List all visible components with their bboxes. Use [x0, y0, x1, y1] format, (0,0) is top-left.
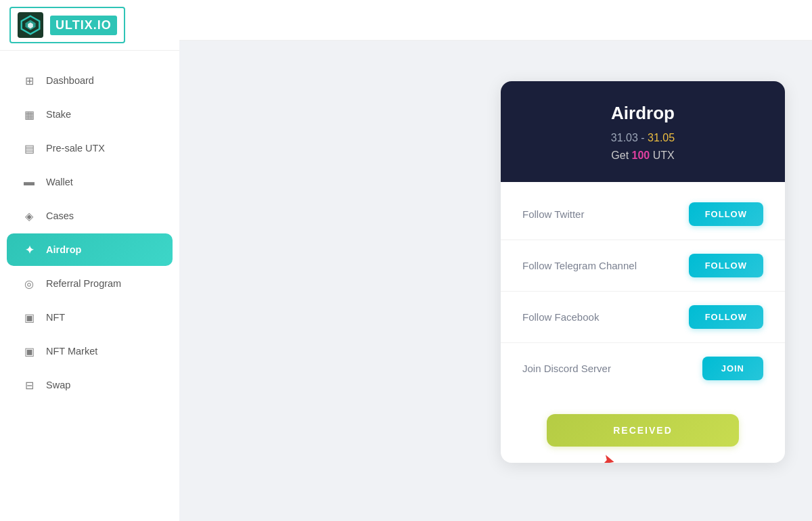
logo-icon	[18, 12, 43, 38]
sidebar-item-nftmarket[interactable]: NFT Market	[7, 335, 173, 367]
telegram-label: Follow Telegram Channel	[522, 260, 637, 271]
referral-label: Referral Program	[46, 278, 121, 289]
sidebar-item-dashboard[interactable]: Dashboard	[7, 64, 173, 97]
nft-label: NFT	[46, 312, 65, 323]
nftmarket-label: NFT Market	[46, 346, 97, 357]
wallet-label: Wallet	[46, 177, 73, 187]
arrow-hint: ➤	[601, 451, 617, 463]
airdrop-header: Airdrop 31.03 - 31.05 Get 100 UTX	[501, 81, 785, 182]
content-area: Airdrop 31.03 - 31.05 Get 100 UTX Follow…	[179, 41, 812, 521]
airdrop-dates: 31.03 - 31.05	[514, 132, 771, 144]
presale-icon	[22, 141, 37, 156]
nav-items: DashboardStakePre-sale UTXWalletCasesAir…	[0, 51, 179, 521]
airdrop-title: Airdrop	[514, 103, 771, 124]
nftmarket-icon	[22, 344, 37, 359]
social-row-facebook: Follow FacebookFOLLOW	[501, 292, 785, 343]
social-row-discord: Join Discord ServerJOIN	[501, 343, 785, 394]
airdrop-icon	[22, 242, 37, 257]
top-bar	[179, 0, 812, 41]
sidebar-item-presale[interactable]: Pre-sale UTX	[7, 132, 173, 164]
sidebar-item-swap[interactable]: Swap	[7, 369, 173, 401]
logo-box[interactable]: ULTIX.IO	[9, 7, 125, 43]
sidebar-item-airdrop[interactable]: Airdrop	[7, 233, 173, 266]
sidebar: ULTIX.IO DashboardStakePre-sale UTXWalle…	[0, 0, 179, 521]
swap-label: Swap	[46, 380, 70, 390]
dashboard-icon	[22, 73, 37, 88]
date-prefix: 31.03 -	[611, 132, 648, 143]
facebook-button[interactable]: FOLLOW	[689, 305, 763, 329]
sidebar-item-nft[interactable]: NFT	[7, 301, 173, 334]
main-content: Airdrop 31.03 - 31.05 Get 100 UTX Follow…	[179, 0, 812, 521]
logo-text: ULTIX.IO	[50, 16, 117, 35]
wallet-icon	[22, 175, 37, 189]
social-row-telegram: Follow Telegram ChannelFOLLOW	[501, 240, 785, 292]
stake-label: Stake	[46, 109, 71, 120]
sidebar-item-wallet[interactable]: Wallet	[7, 166, 173, 198]
social-rows: Follow TwitterFOLLOWFollow Telegram Chan…	[501, 182, 785, 407]
social-row-twitter: Follow TwitterFOLLOW	[501, 189, 785, 240]
discord-button[interactable]: JOIN	[702, 357, 763, 380]
cases-icon	[22, 208, 37, 223]
cases-label: Cases	[46, 210, 74, 221]
date-highlight: 31.05	[648, 132, 675, 143]
discord-label: Join Discord Server	[522, 363, 611, 374]
received-button[interactable]: RECEIVED	[547, 414, 740, 447]
sidebar-item-referral[interactable]: Referral Program	[7, 267, 173, 300]
get-suffix: UTX	[650, 150, 674, 161]
get-prefix: Get	[611, 150, 631, 161]
referral-icon	[22, 276, 37, 291]
airdrop-panel: Airdrop 31.03 - 31.05 Get 100 UTX Follow…	[501, 81, 785, 463]
sidebar-item-cases[interactable]: Cases	[7, 200, 173, 232]
swap-icon	[22, 378, 37, 392]
nft-icon	[22, 310, 37, 325]
twitter-button[interactable]: FOLLOW	[689, 202, 763, 226]
sidebar-item-stake[interactable]: Stake	[7, 98, 173, 131]
get-amount: 100	[632, 150, 650, 161]
received-section: RECEIVED ➤	[501, 407, 785, 463]
telegram-button[interactable]: FOLLOW	[689, 254, 763, 277]
twitter-label: Follow Twitter	[522, 208, 584, 220]
presale-label: Pre-sale UTX	[46, 143, 105, 154]
airdrop-label: Airdrop	[46, 244, 81, 255]
dashboard-label: Dashboard	[46, 75, 94, 86]
facebook-label: Follow Facebook	[522, 311, 599, 323]
stake-icon	[22, 107, 37, 122]
airdrop-get: Get 100 UTX	[514, 150, 771, 162]
logo-area: ULTIX.IO	[0, 0, 179, 51]
